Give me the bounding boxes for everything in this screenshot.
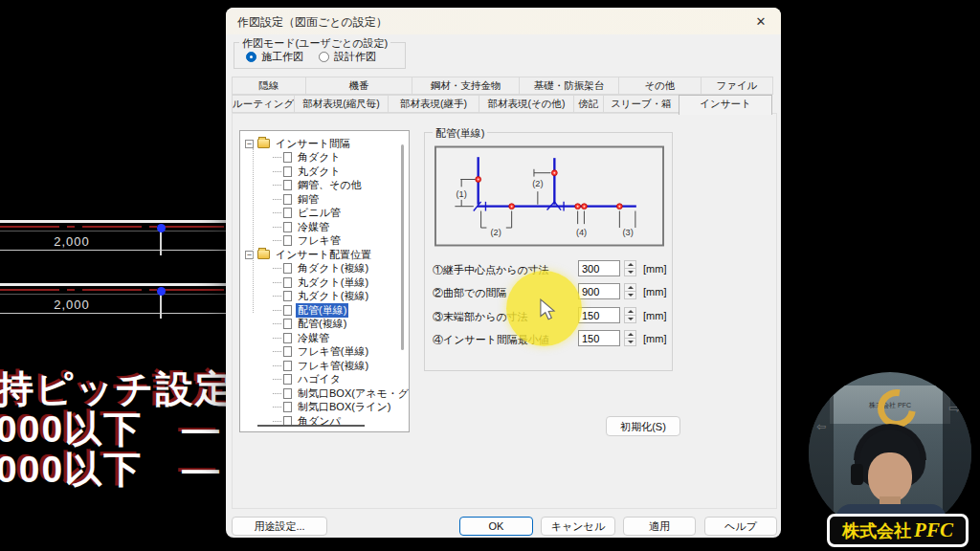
tree-item-label[interactable]: 丸ダクト(単線) [296, 276, 370, 290]
tree-item[interactable]: フレキ管 [240, 234, 409, 249]
spinner-down-button[interactable] [624, 339, 636, 346]
tab-others[interactable]: その他 [618, 77, 702, 95]
tree-item[interactable]: 丸ダクト(複線) [240, 290, 409, 304]
tree-item[interactable]: ビニル管 [240, 207, 409, 221]
tree-item[interactable]: 丸ダクト [240, 165, 409, 179]
tab-machine-number[interactable]: 機番 [305, 77, 412, 95]
tree-item-label[interactable]: インサート配置位置 [274, 248, 373, 262]
document-icon [283, 319, 292, 329]
tree-item-selected[interactable]: 配管(単線) [240, 303, 409, 318]
tree-item-label[interactable]: 配管(複線) [296, 317, 348, 331]
tab-steel-support[interactable]: 鋼材・支持金物 [412, 77, 520, 95]
tree-item[interactable]: 配管(複線) [240, 318, 409, 332]
tree-item-label[interactable]: 制気口BOX(アネモ・グ [296, 386, 410, 401]
drawing-mode-group-label: 作図モード(ユーザごとの設定) [239, 36, 390, 51]
tree-item-label[interactable]: ビニル管 [296, 206, 343, 220]
spinner-up-button[interactable] [624, 330, 636, 339]
field-unit: [mm] [643, 263, 666, 275]
dialog-title: 作図設定（図面ごとの設定） [237, 14, 388, 31]
tab-member-joint[interactable]: 部材表現(継手) [388, 95, 479, 113]
pipe-group-label: 配管(単線) [433, 126, 487, 141]
tab-annotation[interactable]: 傍記 [573, 95, 604, 113]
webcam-video: 株式会社 PFC ⇨ ⇦ [809, 372, 971, 535]
tree-item[interactable]: 角ダクト [240, 151, 409, 165]
drawing-settings-dialog: 作図設定（図面ごとの設定） ✕ 作図モード(ユーザごとの設定) 施工作図 設計作… [226, 8, 781, 538]
tree-item-label[interactable]: フレキ管(複線) [296, 359, 370, 373]
diagram-label-2b: (2) [532, 179, 543, 188]
tree-item-label[interactable]: 銅管 [296, 192, 321, 207]
tree-item[interactable]: ハゴイタ [240, 373, 409, 387]
dialog-titlebar[interactable]: 作図設定（図面ごとの設定） ✕ [226, 8, 781, 34]
document-icon [283, 388, 292, 399]
tree-item-label[interactable]: 制気口BOX(ライン) [296, 400, 392, 414]
tree-item-label[interactable]: フレキ管(単線) [296, 344, 370, 359]
document-icon [283, 361, 292, 371]
tree-item-label[interactable]: 冷媒管 [296, 331, 331, 345]
tree-item-label[interactable]: 鋼管、その他 [296, 178, 364, 192]
radio-construction-drawing[interactable]: 施工作図 [246, 50, 303, 64]
tree-item-label[interactable]: 角ダクト(複線) [296, 261, 370, 276]
cad-pipe-line [0, 283, 226, 286]
tree-item[interactable]: −インサート間隔 [240, 137, 409, 151]
end-distance-input[interactable] [578, 307, 620, 323]
tab-file[interactable]: ファイル [701, 77, 773, 95]
close-icon[interactable]: ✕ [746, 11, 775, 32]
tree-item-label[interactable]: 丸ダクト [296, 165, 343, 179]
drawing-mode-group: 作図モード(ユーザごとの設定) 施工作図 設計作図 [234, 42, 406, 69]
tree-item-label[interactable]: ハゴイタ [296, 372, 343, 386]
apply-button[interactable]: 適用 [623, 517, 696, 536]
tree-item-label[interactable]: 角ダクト [296, 150, 343, 165]
tab-sleeve-box[interactable]: スリーブ・箱 [603, 95, 679, 113]
spinner-up-button[interactable] [624, 307, 636, 316]
tab-row-1: 隠線 機番 鋼材・支持金物 基礎・防振架台 その他 ファイル [232, 77, 778, 95]
ok-button[interactable]: OK [459, 517, 533, 536]
tree-item-label[interactable]: フレキ管 [296, 233, 343, 248]
spinner [624, 330, 636, 346]
insert-settings-tree[interactable]: −インサート間隔 角ダクト 丸ダクト 鋼管、その他 銅管 ビニル管 冷媒管 フレ… [239, 130, 410, 432]
tree-item[interactable]: 冷媒管 [240, 220, 409, 234]
tree-vertical-scrollbar[interactable] [401, 144, 404, 350]
tree-item[interactable]: 丸ダクト(単線) [240, 276, 409, 290]
tab-foundation[interactable]: 基礎・防振架台 [519, 77, 619, 95]
tree-item[interactable]: 制気口BOX(アネモ・グ [240, 386, 409, 401]
cancel-button[interactable]: キャンセル [541, 517, 615, 536]
tree-item[interactable]: 角ダクト(複線) [240, 262, 409, 276]
spinner-down-button[interactable] [624, 292, 636, 299]
spinner-up-button[interactable] [624, 260, 636, 269]
tree-item[interactable]: フレキ管(複線) [240, 359, 409, 373]
collapse-icon[interactable]: − [245, 140, 254, 148]
tree-item[interactable]: 冷媒管 [240, 331, 409, 345]
initialize-button[interactable]: 初期化(S) [606, 416, 680, 436]
tree-item-label[interactable]: 冷媒管 [296, 220, 331, 234]
tree-item-label[interactable]: 丸ダクト(複線) [296, 289, 370, 303]
tab-insert[interactable]: インサート [679, 95, 772, 115]
usage-settings-button[interactable]: 用途設定... [232, 517, 327, 536]
tree-item[interactable]: 銅管 [240, 192, 409, 207]
cad-pipe-edge [0, 294, 226, 295]
tab-routing[interactable]: ルーティング [232, 95, 295, 113]
insert-min-spacing-input[interactable] [578, 330, 620, 346]
cad-pipe-edge [0, 231, 226, 231]
help-button[interactable]: ヘルプ [704, 517, 777, 536]
tab-hidden-line[interactable]: 隠線 [232, 77, 306, 95]
joint-center-distance-input[interactable] [578, 260, 620, 276]
pipe-diagram: (1) (2) (2) (4) (3) [434, 145, 664, 247]
document-icon [283, 277, 292, 288]
tree-item-label[interactable]: インサート間隔 [274, 137, 352, 151]
tree-item-label[interactable]: 配管(単線) [296, 303, 348, 318]
radio-on-icon[interactable] [246, 52, 256, 62]
tree-item[interactable]: 鋼管、その他 [240, 179, 409, 193]
bend-spacing-input[interactable] [578, 283, 620, 299]
spinner-down-button[interactable] [624, 269, 636, 276]
field-unit: [mm] [643, 333, 666, 344]
spinner-down-button[interactable] [624, 316, 636, 323]
tree-horizontal-scrollbar[interactable] [257, 425, 365, 427]
radio-off-icon[interactable] [319, 52, 329, 62]
spinner-up-button[interactable] [624, 283, 636, 292]
radio-design-drawing[interactable]: 設計作図 [319, 50, 376, 64]
tree-item[interactable]: フレキ管(単線) [240, 345, 409, 360]
tab-member-scale[interactable]: 部材表現(縮尺毎) [294, 95, 389, 113]
tab-member-other[interactable]: 部材表現(その他) [479, 95, 574, 113]
tree-item[interactable]: 制気口BOX(ライン) [240, 401, 409, 415]
tree-item[interactable]: −インサート配置位置 [240, 248, 409, 262]
